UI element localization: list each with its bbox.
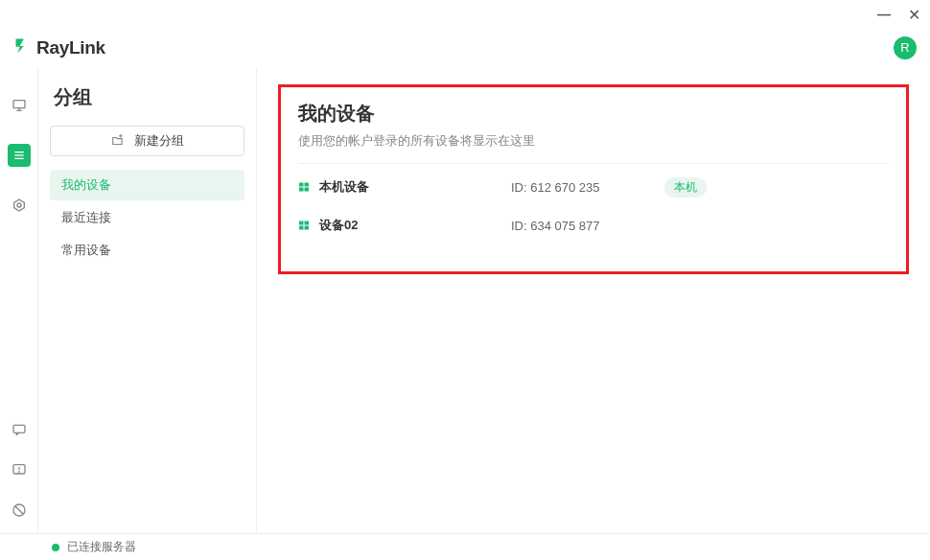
sidebar-item-0[interactable]: 我的设备 bbox=[50, 170, 244, 200]
status-text: 已连接服务器 bbox=[67, 539, 136, 555]
rail-item-monitor[interactable] bbox=[8, 94, 31, 117]
svg-rect-19 bbox=[305, 188, 310, 192]
user-avatar[interactable]: R bbox=[894, 36, 917, 59]
svg-rect-21 bbox=[305, 222, 310, 225]
create-group-button[interactable]: 新建分组 bbox=[50, 126, 244, 156]
devices-panel: 我的设备 使用您的帐户登录的所有设备将显示在这里 本机设备ID: 612 670… bbox=[278, 84, 909, 274]
nav-rail bbox=[0, 67, 38, 533]
close-button[interactable]: ✕ bbox=[908, 6, 920, 24]
folder-plus-icon bbox=[111, 134, 125, 148]
sidebar-item-1[interactable]: 最近连接 bbox=[50, 202, 244, 233]
svg-rect-23 bbox=[305, 226, 310, 230]
divider bbox=[298, 163, 889, 164]
device-id: ID: 634 075 877 bbox=[511, 219, 664, 233]
rail-item-chat[interactable] bbox=[8, 418, 31, 441]
minimize-button[interactable]: — bbox=[877, 7, 891, 22]
device-row[interactable]: 本机设备ID: 612 670 235本机 bbox=[298, 168, 889, 206]
status-bar: 已连接服务器 bbox=[0, 533, 930, 560]
svg-rect-16 bbox=[299, 183, 304, 187]
device-name: 本机设备 bbox=[319, 178, 511, 196]
svg-rect-18 bbox=[299, 188, 304, 192]
svg-point-7 bbox=[17, 203, 21, 207]
main-content: 我的设备 使用您的帐户登录的所有设备将显示在这里 本机设备ID: 612 670… bbox=[257, 67, 930, 533]
sidebar-item-2[interactable]: 常用设备 bbox=[50, 235, 244, 266]
svg-rect-22 bbox=[299, 226, 304, 230]
device-name: 设备02 bbox=[319, 217, 511, 234]
windows-icon bbox=[298, 220, 319, 231]
windows-icon bbox=[298, 181, 319, 193]
logo-icon bbox=[13, 36, 33, 59]
svg-rect-0 bbox=[13, 101, 25, 108]
main-title: 我的设备 bbox=[298, 101, 889, 127]
rail-item-settings[interactable] bbox=[8, 194, 31, 217]
svg-marker-6 bbox=[13, 199, 24, 211]
rail-item-feedback[interactable] bbox=[8, 458, 31, 481]
device-id: ID: 612 670 235 bbox=[511, 180, 664, 195]
sidebar-title: 分组 bbox=[50, 84, 244, 110]
create-group-label: 新建分组 bbox=[134, 132, 184, 150]
logo-text: RayLink bbox=[36, 37, 105, 58]
app-header: RayLink R bbox=[0, 29, 930, 67]
window-titlebar: — ✕ bbox=[0, 0, 930, 29]
svg-rect-17 bbox=[305, 183, 310, 187]
status-dot-icon bbox=[52, 544, 59, 551]
rail-item-help[interactable] bbox=[8, 499, 31, 522]
device-row[interactable]: 设备02ID: 634 075 877 bbox=[298, 206, 889, 245]
svg-line-13 bbox=[15, 506, 23, 514]
svg-rect-8 bbox=[13, 425, 25, 432]
app-logo: RayLink bbox=[13, 36, 105, 59]
rail-item-devices[interactable] bbox=[8, 144, 31, 167]
device-local-tag: 本机 bbox=[664, 177, 707, 198]
main-subtitle: 使用您的帐户登录的所有设备将显示在这里 bbox=[298, 132, 889, 150]
svg-point-11 bbox=[18, 472, 19, 473]
sidebar: 分组 新建分组 我的设备最近连接常用设备 bbox=[38, 67, 257, 533]
svg-rect-20 bbox=[299, 222, 304, 225]
